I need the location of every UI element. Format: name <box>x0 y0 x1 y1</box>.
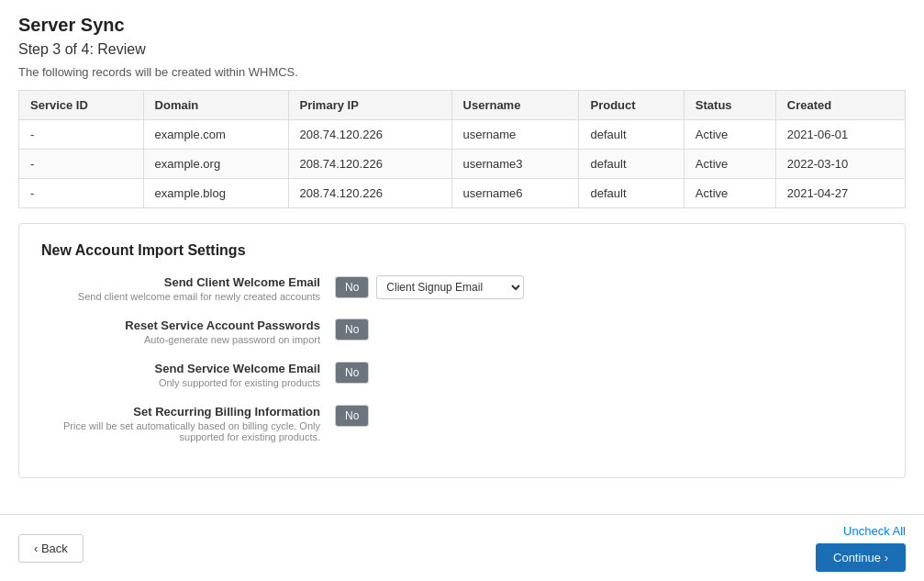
col-status: Status <box>684 91 775 120</box>
setting-row-send_service_welcome_email: Send Service Welcome EmailOnly supported… <box>41 362 883 388</box>
setting-label-send_service_welcome_email: Send Service Welcome Email <box>41 362 320 375</box>
cell-domain: example.com <box>143 120 288 150</box>
setting-row-reset_service_account_passwords: Reset Service Account PasswordsAuto-gene… <box>41 318 883 345</box>
cell-service_id: - <box>19 150 144 179</box>
toggle-send_client_welcome_email[interactable]: No <box>335 276 369 298</box>
col-domain: Domain <box>143 91 288 120</box>
table-row: -example.blog208.74.120.226username6defa… <box>19 179 906 208</box>
setting-hint-send_client_welcome_email: Send client welcome email for newly crea… <box>41 291 320 302</box>
toggle-no-set_recurring_billing_information[interactable]: No <box>336 406 368 426</box>
table-row: -example.com208.74.120.226usernamedefaul… <box>19 120 906 150</box>
cell-primary_ip: 208.74.120.226 <box>288 120 451 150</box>
toggle-no-send_service_welcome_email[interactable]: No <box>336 363 368 383</box>
back-button[interactable]: ‹ Back <box>18 534 83 563</box>
cell-service_id: - <box>19 179 144 208</box>
table-row: -example.org208.74.120.226username3defau… <box>19 150 906 179</box>
setting-label-reset_service_account_passwords: Reset Service Account Passwords <box>41 318 320 332</box>
setting-label-send_client_welcome_email: Send Client Welcome Email <box>41 275 320 289</box>
toggle-no-reset_service_account_passwords[interactable]: No <box>336 319 368 340</box>
setting-row-set_recurring_billing_information: Set Recurring Billing InformationPrice w… <box>41 405 883 442</box>
setting-label-set_recurring_billing_information: Set Recurring Billing Information <box>41 405 320 419</box>
description-text: The following records will be created wi… <box>18 65 906 79</box>
cell-primary_ip: 208.74.120.226 <box>288 179 451 208</box>
toggle-send_service_welcome_email[interactable]: No <box>335 362 369 384</box>
cell-status: Active <box>684 120 775 150</box>
uncheck-all-link[interactable]: Uncheck All <box>843 524 906 538</box>
continue-label: Continue › <box>833 551 888 564</box>
col-primary-ip: Primary IP <box>288 91 451 120</box>
cell-created: 2022-03-10 <box>775 150 905 179</box>
cell-domain: example.blog <box>143 179 288 208</box>
cell-status: Active <box>684 179 775 208</box>
col-username: Username <box>451 91 579 120</box>
page-title: Server Sync <box>18 15 906 36</box>
cell-created: 2021-06-01 <box>775 120 905 150</box>
col-service-id: Service ID <box>19 91 144 120</box>
records-table: Service ID Domain Primary IP Username Pr… <box>18 90 906 208</box>
cell-primary_ip: 208.74.120.226 <box>288 150 451 179</box>
cell-product: default <box>579 150 684 179</box>
cell-domain: example.org <box>143 150 288 179</box>
cell-status: Active <box>684 150 775 179</box>
cell-username: username6 <box>451 179 579 208</box>
cell-product: default <box>579 120 684 150</box>
col-product: Product <box>579 91 684 120</box>
toggle-set_recurring_billing_information[interactable]: No <box>335 405 369 427</box>
import-settings-section: New Account Import Settings Send Client … <box>18 223 906 478</box>
import-settings-title: New Account Import Settings <box>41 242 883 259</box>
toggle-reset_service_account_passwords[interactable]: No <box>335 318 369 341</box>
setting-hint-reset_service_account_passwords: Auto-generate new password on import <box>41 334 320 345</box>
setting-hint-set_recurring_billing_information: Price will be set automatically based on… <box>41 420 320 442</box>
step-title: Step 3 of 4: Review <box>18 41 906 58</box>
footer: ‹ Back Uncheck All Continue › <box>0 514 924 581</box>
cell-service_id: - <box>19 120 144 150</box>
toggle-no-send_client_welcome_email[interactable]: No <box>336 277 368 297</box>
cell-username: username <box>451 120 579 150</box>
dropdown-send_client_welcome_email[interactable]: Client Signup EmailService Welcome Email… <box>376 275 524 299</box>
table-header-row: Service ID Domain Primary IP Username Pr… <box>19 91 906 120</box>
continue-button[interactable]: Continue › <box>816 543 906 572</box>
cell-created: 2021-04-27 <box>775 179 905 208</box>
back-label: ‹ Back <box>34 542 68 555</box>
setting-row-send_client_welcome_email: Send Client Welcome EmailSend client wel… <box>41 275 883 302</box>
cell-product: default <box>579 179 684 208</box>
col-created: Created <box>775 91 905 120</box>
footer-right: Uncheck All Continue › <box>816 524 906 572</box>
setting-hint-send_service_welcome_email: Only supported for existing products <box>41 377 320 388</box>
cell-username: username3 <box>451 150 579 179</box>
